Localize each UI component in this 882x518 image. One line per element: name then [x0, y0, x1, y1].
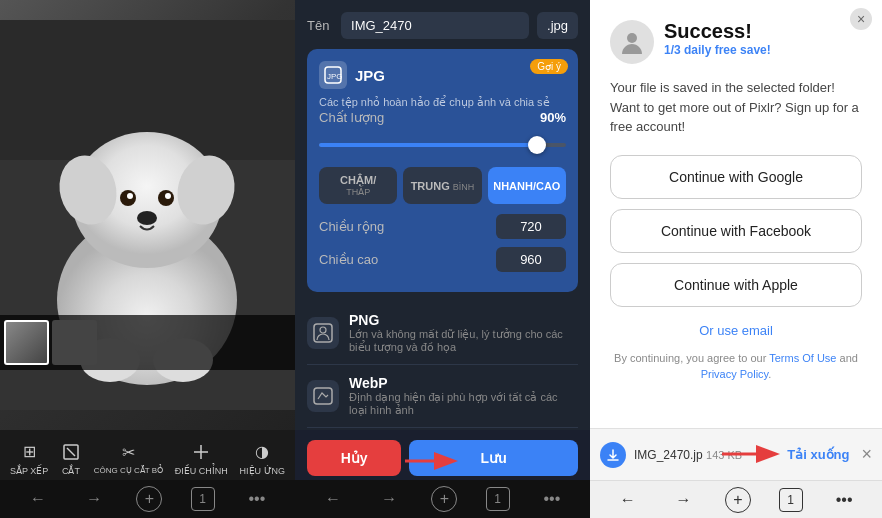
svg-line-15 [67, 448, 75, 456]
red-arrow-right [717, 440, 782, 468]
right-nav-bar: ← → + 1 ••• [590, 480, 882, 518]
png-format-option[interactable]: PNG Lớn và không mất dữ liệu, lý tưởng c… [307, 302, 578, 365]
speed-slow-label: CHẬM/ [340, 174, 376, 187]
speed-slow-button[interactable]: CHẬM/ THẤP [319, 167, 397, 204]
middle-add-button[interactable]: + [431, 486, 457, 512]
success-content: Success! 1/3 daily free save! Your file … [590, 0, 882, 428]
width-row: Chiều rộng [319, 214, 566, 239]
cat-label: CẮT [62, 466, 80, 476]
right-panel: × Success! 1/3 daily free save! Your fil… [590, 0, 882, 518]
png-icon [307, 317, 339, 349]
sidebar-item-hieu-ung[interactable]: ◑ HIỆU ỨNG [240, 441, 286, 476]
png-option-info: PNG Lớn và không mất dữ liệu, lý tưởng c… [349, 312, 578, 354]
width-input[interactable] [496, 214, 566, 239]
filename-row: Tên .jpg [307, 12, 578, 39]
save-count: 1/3 daily free save! [664, 43, 862, 57]
slider-thumb [528, 136, 546, 154]
height-input[interactable] [496, 247, 566, 272]
success-title-block: Success! 1/3 daily free save! [664, 20, 862, 57]
right-more-button[interactable]: ••• [830, 486, 858, 514]
webp-title: WebP [349, 375, 578, 391]
right-add-button[interactable]: + [725, 487, 751, 513]
right-back-button[interactable]: ← [614, 486, 642, 514]
png-title: PNG [349, 312, 578, 328]
svg-point-9 [127, 193, 133, 199]
cat-icon [60, 441, 82, 463]
right-forward-button[interactable]: → [669, 486, 697, 514]
privacy-policy-link[interactable]: Privacy Policy [701, 368, 769, 380]
height-row: Chiều cao [319, 247, 566, 272]
middle-page-indicator[interactable]: 1 [486, 487, 510, 511]
right-page-indicator[interactable]: 1 [779, 488, 803, 512]
jpg-icon: JPG [319, 61, 347, 89]
format-card-header: JPG JPG [319, 61, 566, 89]
webp-format-option[interactable]: WebP Định dạng hiện đại phù hợp với tất … [307, 365, 578, 428]
speed-fast-button[interactable]: NHANH/CAO [488, 167, 566, 204]
middle-more-button[interactable]: ••• [538, 485, 566, 513]
middle-nav-bar: ← → + 1 ••• [295, 480, 590, 518]
sidebar-item-cat[interactable]: CẮT [60, 441, 82, 476]
continue-google-button[interactable]: Continue with Google [610, 155, 862, 199]
sidebar-item-sap-xep[interactable]: ⊞ SẮP XẾP [10, 441, 48, 476]
back-button[interactable]: ← [24, 485, 52, 513]
slider-track [319, 143, 566, 147]
hieu-ung-label: HIỆU ỨNG [240, 466, 286, 476]
forward-button[interactable]: → [80, 485, 108, 513]
effect-icon: ◑ [251, 441, 273, 463]
sap-xep-label: SẮP XẾP [10, 466, 48, 476]
photo-area [0, 0, 295, 430]
download-button[interactable]: Tải xuống [787, 447, 849, 462]
svg-text:JPG: JPG [327, 72, 343, 81]
svg-point-10 [165, 193, 171, 199]
quality-label: Chất lượng [319, 110, 540, 125]
webp-option-info: WebP Định dạng hiện đại phù hợp với tất … [349, 375, 578, 417]
quality-row: Chất lượng 90% [319, 110, 566, 125]
middle-panel: Tên .jpg Gợi ý JPG JPG Các tệp nhỏ hoàn … [295, 0, 590, 518]
middle-action-bar: Hủy Lưu ← → + 1 ••• [295, 430, 590, 518]
jpg-format-card[interactable]: Gợi ý JPG JPG Các tệp nhỏ hoàn hảo để ch… [307, 49, 578, 292]
middle-content-area: Tên .jpg Gợi ý JPG JPG Các tệp nhỏ hoàn … [295, 0, 590, 430]
svg-point-24 [627, 33, 637, 43]
terms-prefix: By continuing, you agree to our [614, 352, 769, 364]
filename-input[interactable] [341, 12, 529, 39]
scissors-icon: ✂ [117, 441, 139, 463]
cancel-button[interactable]: Hủy [307, 440, 401, 476]
sidebar-item-cong-cu-cat-bo[interactable]: ✂ CÔNG CỤ CẮT BỎ [94, 441, 163, 475]
middle-back-button[interactable]: ← [319, 485, 347, 513]
left-nav-bar: ← → + 1 ••• [0, 480, 295, 518]
thumbnail-item[interactable] [52, 320, 97, 365]
format-description: Các tệp nhỏ hoàn hảo để chụp ảnh và chia… [319, 95, 566, 110]
middle-forward-button[interactable]: → [375, 485, 403, 513]
success-message: Your file is saved in the selected folde… [610, 78, 862, 137]
svg-rect-22 [314, 388, 332, 404]
speed-medium-label: TRUNG [411, 180, 450, 192]
avatar [610, 20, 654, 64]
sidebar-item-dieu-chinh[interactable]: ĐIỀU CHỈNH [175, 441, 228, 476]
or-email-link[interactable]: Or use email [610, 323, 862, 338]
goi-y-badge: Gợi ý [530, 59, 568, 74]
continue-apple-button[interactable]: Continue with Apple [610, 263, 862, 307]
success-title: Success! [664, 20, 862, 43]
red-arrow-middle [400, 446, 460, 476]
add-button[interactable]: + [136, 486, 162, 512]
continue-facebook-button[interactable]: Continue with Facebook [610, 209, 862, 253]
download-close-button[interactable]: × [861, 444, 872, 465]
page-indicator[interactable]: 1 [191, 487, 215, 511]
speed-medium-button[interactable]: TRUNG BÌNH [403, 167, 481, 204]
filename-label: Tên [307, 18, 333, 33]
left-toolbar: ⊞ SẮP XẾP CẮT ✂ CÔNG CỤ CẮT BỎ ĐIỀU CHỈN… [0, 430, 295, 518]
png-description: Lớn và không mất dữ liệu, lý tưởng cho c… [349, 328, 578, 354]
speed-buttons-row: CHẬM/ THẤP TRUNG BÌNH NHANH/CAO [319, 167, 566, 204]
thumbnail-item[interactable] [4, 320, 49, 365]
terms-of-use-link[interactable]: Terms Of Use [769, 352, 836, 364]
success-header: Success! 1/3 daily free save! [610, 20, 862, 64]
quality-slider[interactable] [319, 135, 566, 155]
close-button[interactable]: × [850, 8, 872, 30]
speed-slow-sub: THẤP [346, 187, 370, 197]
width-label: Chiều rộng [319, 219, 496, 234]
webp-description: Định dạng hiện đại phù hợp với tất cả cá… [349, 391, 578, 417]
format-title: JPG [355, 67, 385, 84]
terms-suffix: . [768, 368, 771, 380]
more-button[interactable]: ••• [243, 485, 271, 513]
action-buttons-row: Hủy Lưu [295, 430, 590, 480]
